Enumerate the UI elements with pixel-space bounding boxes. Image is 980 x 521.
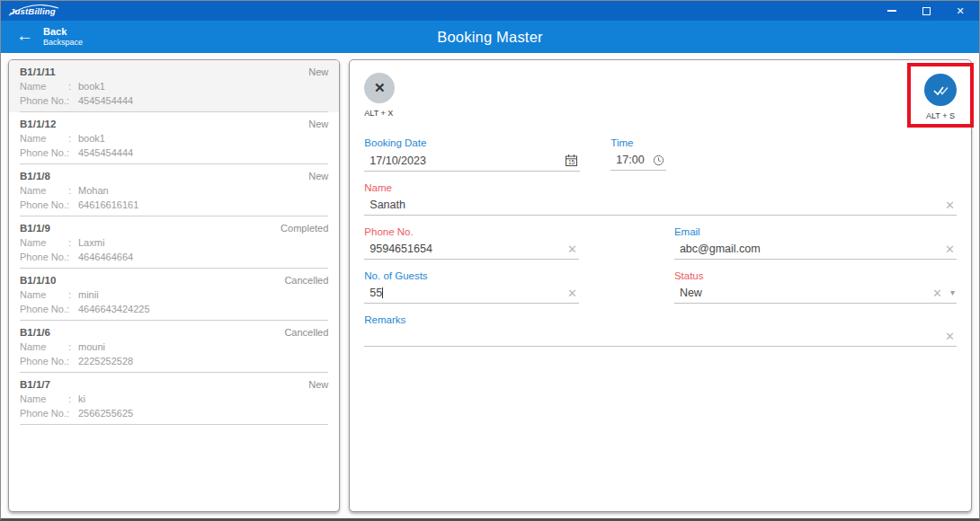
minimize-button[interactable] [886, 4, 898, 17]
phone-value: 9594651654 [370, 243, 560, 255]
booking-phone: 2566255625 [78, 408, 133, 419]
clear-guests-icon[interactable]: ✕ [567, 287, 577, 299]
app-name: JustBilling [10, 6, 56, 16]
clear-name-icon[interactable]: ✕ [945, 199, 955, 211]
booking-phone: 4646464664 [78, 252, 133, 262]
minimize-icon [887, 10, 896, 12]
booking-id: B1/1/12 [20, 119, 56, 129]
booking-name: ki [78, 393, 85, 404]
name-label: Name [20, 341, 46, 352]
booking-id: B1/1/8 [20, 171, 50, 181]
booking-status: Cancelled [284, 327, 328, 338]
booking-form-panel: ✕ ALT + X ALT + S Booking Date [349, 59, 972, 512]
page-header: Booking Master ← Back Backspace [1, 21, 979, 53]
status-value: New [680, 287, 925, 299]
save-shortcut-label: ALT + S [926, 111, 955, 120]
booking-list-item[interactable]: B1/1/8 New Name:Mohan Phone No.:64616616… [9, 164, 339, 216]
phone-input[interactable]: 9594651654 ✕ [364, 241, 579, 260]
save-button[interactable] [924, 74, 957, 106]
chevron-down-icon[interactable]: ▾ [950, 288, 955, 297]
booking-status: New [308, 66, 328, 77]
booking-id: B1/1/6 [20, 327, 50, 338]
annotation-highlight-box: ALT + S [907, 63, 974, 128]
booking-date-label: Booking Date [364, 137, 580, 149]
booking-status: Cancelled [284, 275, 328, 286]
guests-input[interactable]: 55 ✕ [364, 285, 579, 304]
phone-label: Phone No.: [20, 408, 71, 419]
booking-name: Mohan [78, 185, 109, 196]
time-input[interactable]: 17:00 [610, 152, 666, 171]
back-label: Back [43, 26, 83, 38]
titlebar: JustBilling ✕ [1, 1, 979, 21]
email-input[interactable]: abc@gmail.com ✕ [674, 241, 957, 260]
back-button[interactable]: ← Back Backspace [1, 26, 83, 48]
name-label: Name [20, 237, 46, 248]
remarks-label: Remarks [364, 314, 957, 326]
name-value: Sanath [370, 199, 938, 211]
booking-status: New [308, 379, 328, 390]
close-icon: ✕ [374, 80, 386, 96]
booking-name: mouni [78, 341, 105, 352]
clear-status-icon[interactable]: ✕ [932, 287, 942, 299]
svg-text:15: 15 [568, 159, 575, 165]
booking-name: book1 [78, 81, 105, 92]
booking-id: B1/1/7 [20, 379, 50, 390]
cancel-button[interactable]: ✕ [364, 73, 395, 103]
page-title: Booking Master [1, 29, 979, 46]
booking-status: New [308, 171, 328, 181]
phone-label: Phone No.: [20, 147, 71, 158]
name-label: Name [20, 289, 46, 300]
cancel-shortcut-label: ALT + X [364, 109, 395, 118]
booking-phone: 4545454444 [78, 95, 133, 106]
booking-list-item[interactable]: B1/1/6 Cancelled Name:mouni Phone No.:22… [9, 321, 339, 373]
list-separator [20, 424, 328, 425]
name-input[interactable]: Sanath ✕ [364, 197, 957, 216]
booking-list-item[interactable]: B1/1/11 New Name:book1 Phone No.:4545454… [9, 60, 339, 112]
status-label: Status [674, 270, 957, 282]
phone-label: Phone No.: [20, 199, 71, 210]
content-area: B1/1/11 New Name:book1 Phone No.:4545454… [1, 53, 979, 521]
app-window: JustBilling ✕ Booking Master ← Back Back… [0, 0, 980, 521]
clear-email-icon[interactable]: ✕ [945, 243, 955, 255]
booking-list-panel: B1/1/11 New Name:book1 Phone No.:4545454… [8, 59, 340, 512]
name-label: Name [20, 81, 46, 92]
justbilling-logo: JustBilling [10, 6, 56, 16]
booking-id: B1/1/9 [20, 223, 50, 234]
booking-id: B1/1/10 [20, 275, 56, 286]
clear-phone-icon[interactable]: ✕ [567, 243, 577, 255]
phone-label: Phone No.: [20, 356, 71, 366]
booking-name: Laxmi [78, 237, 104, 248]
status-select[interactable]: New ✕ ▾ [674, 285, 957, 304]
booking-phone: 64616616161 [78, 199, 138, 210]
name-label: Name [20, 185, 46, 196]
booking-list-item[interactable]: B1/1/12 New Name:book1 Phone No.:4545454… [9, 112, 339, 164]
clock-icon[interactable] [653, 155, 664, 166]
text-caret [382, 287, 383, 298]
phone-label: Phone No. [364, 226, 579, 238]
time-label: Time [610, 137, 666, 149]
name-label: Name [20, 393, 46, 404]
double-check-icon [932, 84, 949, 97]
booking-date-value: 17/10/2023 [370, 155, 557, 167]
close-button[interactable]: ✕ [954, 4, 967, 17]
booking-date-input[interactable]: 17/10/2023 15 [364, 152, 580, 172]
window-controls: ✕ [886, 4, 967, 17]
phone-label: Phone No.: [20, 95, 71, 106]
booking-name: minii [78, 289, 99, 300]
calendar-icon[interactable]: 15 [565, 154, 578, 167]
name-label: Name [20, 133, 46, 144]
booking-phone: 4646643424225 [78, 304, 150, 314]
maximize-button[interactable] [920, 4, 932, 17]
remarks-input[interactable]: ✕ [364, 329, 957, 347]
phone-label: Phone No.: [20, 304, 71, 314]
booking-list-item[interactable]: B1/1/9 Completed Name:Laxmi Phone No.:46… [9, 216, 339, 269]
booking-list-item[interactable]: B1/1/7 New Name:ki Phone No.:2566255625 [9, 373, 339, 425]
booking-name: book1 [78, 133, 105, 144]
name-label: Name [364, 182, 957, 194]
booking-status: Completed [281, 223, 328, 234]
booking-list-item[interactable]: B1/1/10 Cancelled Name:minii Phone No.:4… [9, 269, 339, 321]
clear-remarks-icon[interactable]: ✕ [945, 331, 955, 342]
back-arrow-icon: ← [16, 27, 33, 44]
time-value: 17:00 [616, 154, 646, 166]
email-label: Email [674, 226, 957, 238]
